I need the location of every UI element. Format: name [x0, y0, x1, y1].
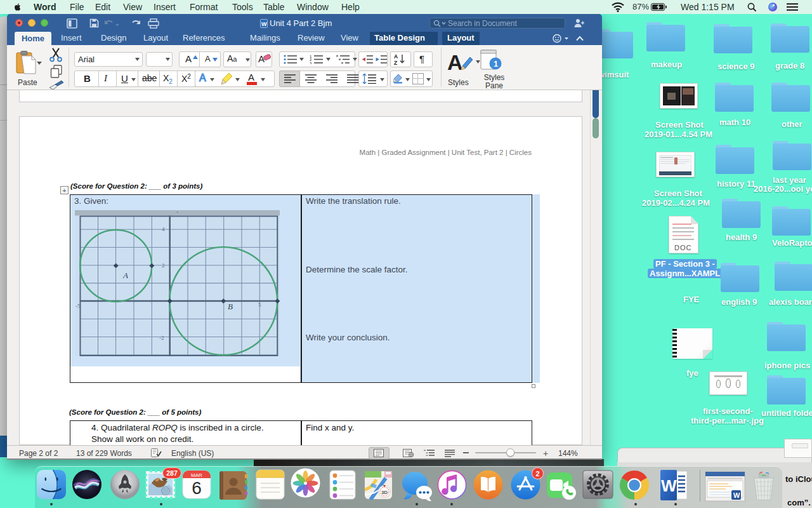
svg-text:MAR: MAR	[191, 472, 202, 478]
svg-text:Z: Z	[394, 60, 397, 65]
svg-text:-5: -5	[75, 303, 81, 309]
svg-text:A: A	[394, 53, 398, 60]
svg-text:2: 2	[162, 262, 165, 269]
svg-text:5: 5	[258, 302, 261, 308]
svg-text:-2: -2	[159, 335, 164, 341]
svg-text:4: 4	[162, 226, 165, 232]
svg-text:6: 6	[192, 478, 202, 498]
svg-text:A: A	[447, 51, 463, 72]
svg-text:*: *	[176, 211, 178, 215]
svg-text:W: W	[261, 21, 267, 27]
svg-text:3: 3	[310, 62, 312, 65]
svg-text:W: W	[733, 491, 740, 499]
svg-text:B: B	[228, 302, 233, 311]
svg-text:3D: 3D	[381, 490, 388, 495]
svg-text:1: 1	[494, 59, 498, 69]
svg-text:A: A	[122, 271, 128, 280]
svg-text:W: W	[661, 476, 677, 495]
